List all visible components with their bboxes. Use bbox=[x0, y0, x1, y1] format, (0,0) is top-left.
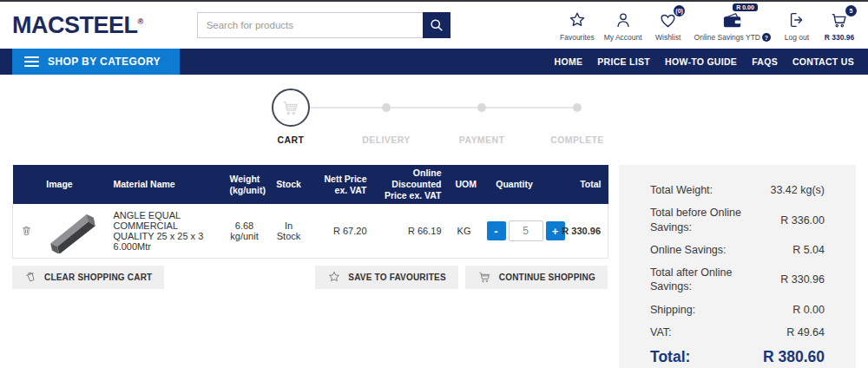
account-menu: Favourites My Account (0) Wishlist R 0.0… bbox=[560, 9, 856, 42]
wishlist-link[interactable]: (0) Wishlist bbox=[652, 9, 685, 42]
search-bar bbox=[197, 12, 450, 38]
continue-shopping-label: CONTINUE SHOPPING bbox=[499, 273, 595, 282]
col-online-price: Online Discounted Price ex. VAT bbox=[374, 165, 449, 204]
save-favourites-button[interactable]: SAVE TO FAVOURITES bbox=[315, 266, 458, 289]
summary-row-before-savings: Total before Online Savings: R 336.00 bbox=[650, 206, 825, 234]
summary-grand-total: Total: R 380.60 bbox=[650, 348, 825, 366]
cart-actions: CLEAR SHOPPING CART SAVE TO FAVOURITES C… bbox=[12, 266, 608, 289]
cart-link[interactable]: 5 R 330.96 bbox=[823, 9, 856, 42]
my-account-link[interactable]: My Account bbox=[604, 9, 642, 42]
online-savings-label: Online Savings YTD? bbox=[694, 33, 771, 42]
summary-value: 33.42 kg(s) bbox=[770, 184, 825, 196]
step-delivery: DELIVERY bbox=[339, 89, 434, 145]
star-icon bbox=[568, 9, 587, 31]
favourites-star-icon bbox=[327, 270, 341, 284]
col-total: Total bbox=[549, 165, 608, 204]
person-icon bbox=[614, 9, 633, 31]
uom-cell: KG bbox=[449, 204, 480, 258]
nav-links: HOME PRICE LIST HOW-TO GUIDE FAQS CONTAC… bbox=[555, 56, 868, 67]
table-header-row: Image Material Name Weight (kg/unit) Sto… bbox=[13, 165, 608, 204]
online-price-cell: R 66.19 bbox=[374, 204, 449, 258]
grand-total-label: Total: bbox=[650, 348, 690, 366]
savings-amount-badge: R 0.00 bbox=[733, 3, 758, 11]
step-payment: PAYMENT bbox=[434, 89, 529, 145]
step-delivery-label: DELIVERY bbox=[362, 135, 410, 145]
step-complete-label: COMPLETE bbox=[550, 135, 604, 145]
logout-icon bbox=[787, 9, 806, 31]
cart-count-badge: 5 bbox=[845, 5, 857, 16]
nett-price-cell: R 67.20 bbox=[312, 204, 374, 258]
wishlist-count-badge: (0) bbox=[674, 5, 685, 16]
my-account-label: My Account bbox=[604, 33, 642, 42]
logo-text: MACSTEEL bbox=[12, 12, 138, 38]
summary-row-vat: VAT: R 49.64 bbox=[650, 325, 825, 339]
step-dot bbox=[382, 103, 391, 112]
help-icon[interactable]: ? bbox=[762, 33, 771, 42]
search-button[interactable] bbox=[423, 12, 450, 38]
logout-link[interactable]: Log out bbox=[780, 9, 813, 42]
product-image-angle-bar[interactable] bbox=[44, 208, 100, 253]
search-icon bbox=[428, 16, 445, 34]
summary-label: Online Savings: bbox=[650, 243, 727, 257]
cart-step-circle bbox=[272, 89, 310, 127]
quantity-stepper: - + bbox=[487, 220, 565, 241]
summary-row-online-savings: Online Savings: R 5.04 bbox=[650, 243, 825, 257]
delete-item-button[interactable] bbox=[20, 224, 33, 238]
order-summary-panel: Total Weight: 33.42 kg(s) Total before O… bbox=[619, 165, 856, 368]
col-image: Image bbox=[13, 165, 107, 204]
registered-mark: ® bbox=[138, 17, 143, 26]
nav-link-home[interactable]: HOME bbox=[555, 56, 583, 67]
search-input[interactable] bbox=[197, 12, 423, 38]
top-header: MACSTEEL® Favourites My Account bbox=[0, 2, 868, 49]
shop-by-category-button[interactable]: SHOP BY CATEGORY bbox=[12, 49, 180, 75]
save-favourites-label: SAVE TO FAVOURITES bbox=[348, 273, 446, 282]
col-stock: Stock bbox=[266, 165, 312, 204]
summary-row-after-savings: Total after Online Savings: R 330.96 bbox=[650, 266, 825, 294]
summary-label: VAT: bbox=[650, 325, 672, 339]
quantity-input[interactable] bbox=[509, 220, 543, 241]
weight-cell: 6.68 kg/unit bbox=[223, 204, 266, 258]
logout-label: Log out bbox=[785, 33, 809, 42]
continue-shopping-button[interactable]: CONTINUE SHOPPING bbox=[465, 266, 608, 289]
nav-link-contact-us[interactable]: CONTACT US bbox=[792, 56, 854, 67]
summary-value: R 5.04 bbox=[792, 244, 825, 256]
cart-item-row: ANGLE EQUAL COMMERCIAL QUALITY 25 x 25 x… bbox=[13, 204, 608, 258]
main-nav: SHOP BY CATEGORY HOME PRICE LIST HOW-TO … bbox=[0, 49, 868, 75]
macsteel-logo[interactable]: MACSTEEL® bbox=[12, 12, 143, 39]
summary-label: Shipping: bbox=[650, 303, 695, 317]
col-weight: Weight (kg/unit) bbox=[223, 165, 266, 204]
wallet-icon: R 0.00 bbox=[721, 9, 744, 31]
cart-section: Image Material Name Weight (kg/unit) Sto… bbox=[12, 165, 608, 289]
favourites-label: Favourites bbox=[560, 33, 595, 42]
step-cart[interactable]: CART bbox=[243, 89, 339, 145]
col-quantity: Quantity bbox=[480, 165, 549, 204]
checkout-stepper: CART DELIVERY PAYMENT COMPLETE bbox=[0, 75, 868, 165]
decrease-quantity-button[interactable]: - bbox=[487, 221, 506, 240]
summary-value: R 336.00 bbox=[780, 214, 825, 227]
clear-trash-icon bbox=[23, 268, 39, 286]
clear-cart-button[interactable]: CLEAR SHOPPING CART bbox=[12, 266, 164, 289]
summary-label: Total after Online Savings: bbox=[650, 266, 753, 294]
main-content: Image Material Name Weight (kg/unit) Sto… bbox=[0, 165, 868, 368]
wishlist-label: Wishlist bbox=[655, 33, 681, 42]
nav-link-how-to-guide[interactable]: HOW-TO GUIDE bbox=[665, 56, 737, 67]
trash-icon bbox=[20, 224, 33, 238]
grand-total-value: R 380.60 bbox=[763, 348, 825, 366]
nav-link-faqs[interactable]: FAQS bbox=[752, 56, 778, 67]
online-savings-text: Online Savings YTD bbox=[694, 33, 760, 42]
step-complete: COMPLETE bbox=[529, 89, 625, 145]
macsteel-cart-page: MACSTEEL® Favourites My Account bbox=[0, 0, 868, 368]
col-material-name: Material Name bbox=[107, 165, 223, 204]
step-cart-label: CART bbox=[278, 135, 305, 145]
step-payment-label: PAYMENT bbox=[459, 135, 504, 145]
online-savings-link[interactable]: R 0.00 Online Savings YTD? bbox=[694, 9, 771, 42]
summary-row-shipping: Shipping: R 0.00 bbox=[650, 303, 825, 317]
favourites-link[interactable]: Favourites bbox=[560, 9, 595, 42]
col-nett-price: Nett Price ex. VAT bbox=[312, 165, 374, 204]
step-dot bbox=[573, 103, 582, 112]
heart-icon: (0) bbox=[658, 9, 678, 31]
summary-value: R 330.96 bbox=[780, 273, 825, 286]
material-name-cell: ANGLE EQUAL COMMERCIAL QUALITY 25 x 25 x… bbox=[107, 204, 223, 258]
cart-icon: 5 bbox=[829, 9, 850, 31]
nav-link-price-list[interactable]: PRICE LIST bbox=[597, 56, 650, 67]
